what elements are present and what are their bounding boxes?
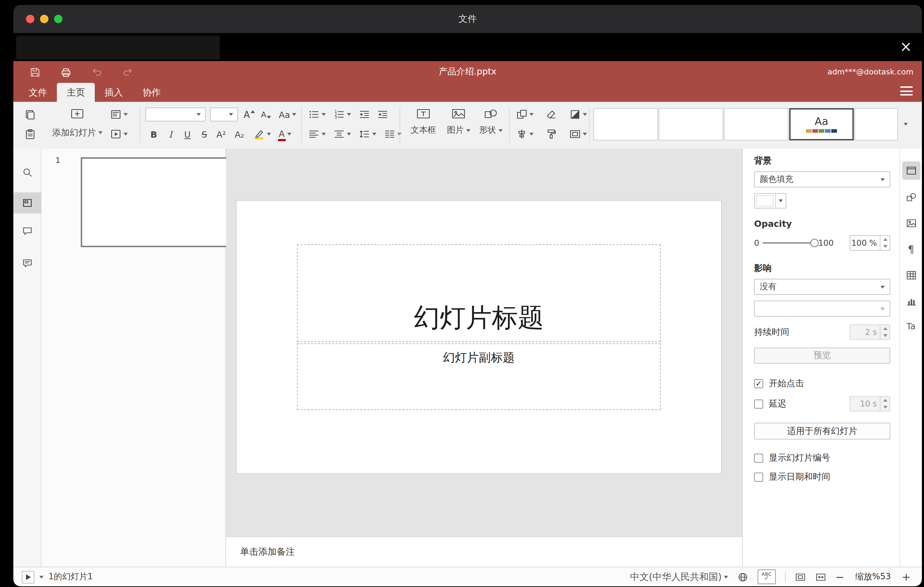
theme-thumbnail[interactable] (855, 108, 898, 140)
opacity-slider-knob[interactable] (810, 239, 819, 247)
tab-home[interactable]: 主页 (57, 83, 95, 102)
decrease-font-button[interactable]: A (259, 106, 273, 123)
duration-input[interactable]: 2 s (850, 325, 890, 340)
theme-thumbnail[interactable] (724, 108, 789, 140)
insert-shape-button[interactable] (482, 106, 499, 122)
tab-insert[interactable]: 插入 (95, 83, 133, 102)
opacity-slider[interactable] (763, 242, 815, 244)
chat-button[interactable] (13, 256, 41, 271)
show-slide-number-checkbox[interactable] (754, 453, 763, 463)
add-slide-button[interactable] (69, 106, 85, 122)
search-button[interactable] (13, 165, 41, 180)
delay-spinner[interactable] (880, 397, 889, 411)
increase-font-button[interactable]: A (242, 106, 256, 123)
font-size-select[interactable] (210, 107, 238, 122)
image-settings-tab[interactable] (906, 218, 917, 229)
zoom-level-label[interactable]: 缩放%53 (853, 571, 893, 583)
window-zoom-button[interactable] (54, 15, 63, 23)
show-date-time-checkbox[interactable] (754, 473, 763, 481)
apply-to-all-slides-button[interactable]: 适用于所有幻灯片 (754, 423, 890, 440)
slide[interactable]: 幻灯片标题 幻灯片副标题 (237, 201, 721, 473)
shape-settings-tab[interactable] (906, 192, 917, 203)
bullet-list-button[interactable] (307, 106, 327, 123)
start-preview-button[interactable] (22, 571, 35, 583)
delay-checkbox[interactable] (754, 399, 763, 408)
align-shape-button[interactable] (515, 126, 535, 143)
language-select[interactable]: 中文(中华人民共和国) (630, 571, 728, 583)
start-slideshow-button[interactable] (109, 126, 129, 143)
paragraph-settings-tab[interactable]: ¶ (908, 244, 914, 255)
textart-settings-tab[interactable]: Ta (906, 322, 915, 331)
opacity-value-input[interactable]: 100 % (850, 235, 890, 251)
slide-size-button[interactable] (568, 126, 588, 143)
comments-button[interactable] (13, 223, 41, 239)
window-minimize-button[interactable] (40, 15, 48, 23)
theme-thumbnail[interactable] (593, 108, 658, 140)
zoom-in-button[interactable]: + (902, 571, 911, 583)
insert-textbox-button[interactable] (415, 106, 432, 122)
slide-thumbnail[interactable] (81, 157, 241, 247)
clear-style-button[interactable] (544, 106, 558, 123)
duration-spinner[interactable] (880, 325, 889, 339)
decrease-indent-button[interactable] (357, 106, 371, 123)
chart-settings-tab[interactable] (906, 295, 917, 307)
bold-button[interactable]: B (147, 126, 161, 143)
theme-gallery-expand-button[interactable] (899, 108, 913, 140)
horizontal-align-button[interactable] (307, 126, 327, 143)
undo-button[interactable] (89, 64, 105, 80)
notes-area[interactable]: 单击添加备注 (226, 536, 742, 567)
zoom-out-button[interactable]: − (835, 571, 844, 583)
delay-input[interactable]: 10 s (850, 396, 890, 411)
add-slide-menu-button[interactable]: 添加幻灯片 (51, 124, 104, 141)
effect-type-select[interactable] (754, 300, 890, 317)
slide-settings-tab[interactable] (902, 162, 920, 180)
background-color-picker[interactable] (754, 193, 786, 209)
slide-layout-button[interactable] (109, 106, 129, 123)
font-color-button[interactable]: A (277, 126, 292, 143)
theme-thumbnail-selected[interactable]: Aa (789, 108, 854, 140)
spellcheck-button[interactable]: ABC ✓ (757, 569, 776, 584)
numbered-list-button[interactable]: 123 (332, 106, 353, 123)
document-language-button[interactable] (737, 571, 749, 582)
vertical-align-button[interactable] (332, 126, 353, 143)
table-settings-tab[interactable] (906, 270, 917, 281)
shape-fill-button[interactable] (568, 106, 588, 123)
highlight-color-button[interactable] (252, 126, 272, 143)
close-icon[interactable]: × (900, 40, 912, 54)
opacity-spinner[interactable] (880, 236, 889, 250)
save-button[interactable] (27, 64, 43, 80)
slides-panel-button[interactable] (13, 192, 41, 213)
copy-style-button[interactable] (544, 126, 558, 143)
fit-slide-button[interactable] (795, 571, 806, 582)
increase-indent-button[interactable] (376, 106, 390, 123)
window-close-button[interactable] (26, 15, 35, 23)
insert-image-button[interactable] (450, 106, 467, 122)
tab-collaboration[interactable]: 协作 (133, 83, 171, 102)
subscript-button[interactable]: A₂ (233, 126, 246, 143)
change-case-button[interactable]: Aa (277, 106, 298, 123)
superscript-button[interactable]: A² (214, 126, 228, 143)
slide-title-placeholder[interactable]: 幻灯片标题 (297, 244, 661, 342)
fit-width-button[interactable] (815, 571, 827, 582)
preview-button[interactable]: 预览 (754, 348, 890, 364)
play-icon (26, 574, 31, 580)
start-on-click-checkbox[interactable]: ✓ (754, 379, 763, 388)
slide-subtitle-placeholder[interactable]: 幻灯片副标题 (297, 343, 661, 410)
effect-select[interactable]: 没有 (754, 279, 890, 295)
menu-hamburger-icon[interactable] (900, 86, 913, 96)
background-fill-select[interactable]: 颜色填充 (754, 171, 890, 188)
line-spacing-button[interactable] (357, 126, 378, 143)
theme-thumbnail[interactable] (658, 108, 723, 140)
chevron-down-icon[interactable] (39, 575, 43, 578)
font-name-select[interactable] (145, 107, 206, 122)
paste-button[interactable] (23, 126, 37, 143)
strikethrough-button[interactable]: S (197, 126, 211, 143)
copy-button[interactable] (23, 106, 37, 123)
italic-button[interactable]: I (163, 126, 178, 143)
arrange-shape-button[interactable] (515, 106, 535, 123)
tab-file[interactable]: 文件 (19, 83, 57, 102)
slide-canvas[interactable]: 幻灯片标题 幻灯片副标题 (226, 149, 742, 536)
underline-button[interactable]: U (180, 126, 195, 143)
print-button[interactable] (58, 64, 74, 80)
redo-button[interactable] (120, 64, 135, 80)
